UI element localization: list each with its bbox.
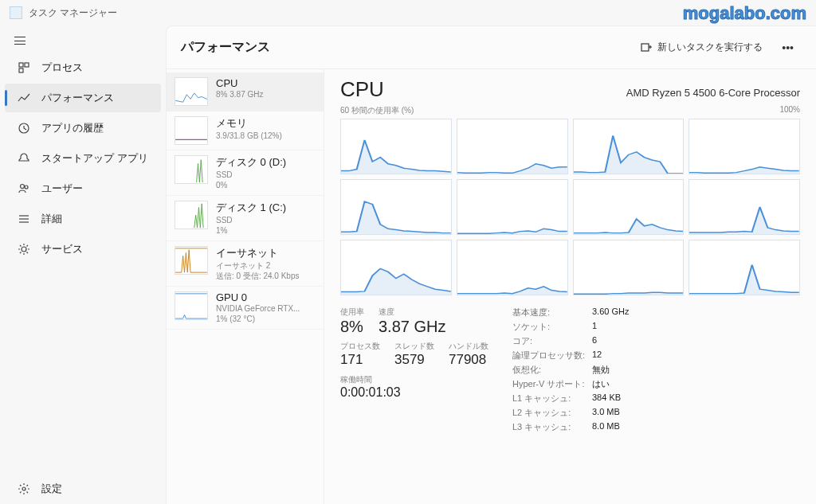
- content-area: パフォーマンス 新しいタスクを実行する ••• CPU 8% 3.87 GHz: [166, 25, 816, 504]
- spec-key: 論理プロセッサ数:: [512, 350, 592, 361]
- spec-key: L3 キャッシュ:: [512, 421, 592, 433]
- cpu-core-cell: [688, 119, 800, 174]
- services-icon: [18, 243, 30, 256]
- svg-point-9: [22, 247, 26, 252]
- nav-settings[interactable]: 設定: [5, 475, 161, 503]
- hamburger-button[interactable]: [0, 29, 166, 53]
- processes-icon: [18, 61, 30, 74]
- resource-sub: 0%: [216, 180, 316, 190]
- spec-value: 3.60 GHz: [592, 307, 629, 318]
- nav-performance[interactable]: パフォーマンス: [5, 84, 161, 112]
- new-task-icon: [640, 41, 653, 54]
- resource-memory[interactable]: メモリ 3.9/31.8 GB (12%): [167, 111, 324, 150]
- nav-label: アプリの履歴: [41, 121, 104, 135]
- sidebar: プロセス パフォーマンス アプリの履歴 スタートアップ アプリ ユーザー 詳細 …: [0, 25, 166, 504]
- nav-label: ユーザー: [41, 182, 83, 196]
- nav-label: スタートアップ アプリ: [41, 151, 148, 166]
- spec-row: ソケット:1: [512, 321, 629, 333]
- resource-name: CPU: [216, 77, 316, 89]
- spec-row: L1 キャッシュ:384 KB: [512, 393, 629, 404]
- content-header: パフォーマンス 新しいタスクを実行する •••: [167, 26, 816, 69]
- new-task-label: 新しいタスクを実行する: [657, 41, 763, 54]
- resource-name: メモリ: [216, 116, 316, 131]
- resource-sub: SSD: [216, 215, 316, 225]
- resource-sub: 1% (32 °C): [216, 314, 316, 324]
- cpu-core-cell: [457, 240, 568, 295]
- svg-point-10: [22, 487, 26, 490]
- nav-label: 設定: [41, 482, 62, 496]
- nav-label: サービス: [41, 242, 83, 256]
- graph-left-label: 60 秒間の使用率 (%): [340, 105, 414, 116]
- gpu-thumb: [175, 291, 208, 320]
- stat-label: スレッド数: [394, 341, 434, 352]
- nav-users[interactable]: ユーザー: [5, 174, 161, 203]
- resource-sub: SSD: [216, 170, 316, 180]
- settings-icon: [18, 483, 30, 495]
- detail-title: CPU: [340, 77, 626, 102]
- spec-value: 無効: [592, 364, 610, 376]
- svg-rect-1: [25, 63, 29, 67]
- disk-thumb: [175, 155, 208, 184]
- spec-value: 3.0 MB: [592, 407, 620, 419]
- more-button[interactable]: •••: [774, 38, 802, 57]
- resource-cpu[interactable]: CPU 8% 3.87 GHz: [167, 72, 324, 111]
- spec-row: 基本速度:3.60 GHz: [512, 307, 629, 318]
- thread-count: 3579: [394, 352, 434, 368]
- new-task-button[interactable]: 新しいタスクを実行する: [632, 37, 771, 57]
- process-count: 171: [340, 352, 380, 368]
- page-title: パフォーマンス: [181, 39, 632, 56]
- nav-app-history[interactable]: アプリの履歴: [5, 114, 161, 143]
- nav-processes[interactable]: プロセス: [5, 53, 161, 82]
- nav-label: パフォーマンス: [41, 91, 114, 105]
- svg-point-5: [25, 186, 28, 189]
- disk-thumb: [175, 201, 208, 229]
- performance-icon: [18, 92, 30, 104]
- svg-rect-2: [19, 68, 23, 72]
- details-icon: [18, 213, 30, 225]
- cpu-core-cell: [457, 119, 568, 174]
- resource-ethernet[interactable]: イーサネット イーサネット 2 送信: 0 受信: 24.0 Kbps: [167, 241, 324, 287]
- cpu-model: AMD Ryzen 5 4500 6-Core Processor: [626, 87, 800, 99]
- cpu-core-cell: [688, 240, 800, 295]
- cpu-core-cell: [573, 179, 685, 235]
- history-icon: [18, 122, 30, 135]
- svg-point-4: [21, 185, 25, 189]
- resource-sub: 送信: 0 受信: 24.0 Kbps: [216, 271, 316, 281]
- cpu-core-cell: [573, 119, 685, 174]
- cpu-core-grid: [340, 119, 800, 295]
- spec-value: 12: [592, 350, 602, 361]
- resource-gpu[interactable]: GPU 0 NVIDIA GeForce RTX... 1% (32 °C): [167, 287, 324, 330]
- nav-details[interactable]: 詳細: [5, 205, 161, 233]
- watermark: mogalabo.com: [683, 3, 806, 24]
- cpu-thumb: [175, 77, 208, 106]
- resource-name: GPU 0: [216, 291, 316, 303]
- nav-startup[interactable]: スタートアップ アプリ: [5, 144, 161, 173]
- handle-count: 77908: [449, 352, 488, 368]
- resource-name: ディスク 1 (C:): [216, 201, 316, 215]
- spec-row: 論理プロセッサ数:12: [512, 350, 629, 361]
- spec-key: 仮想化:: [512, 364, 592, 376]
- cpu-core-cell: [340, 240, 452, 295]
- spec-row: L2 キャッシュ:3.0 MB: [512, 407, 629, 419]
- cpu-core-cell: [688, 179, 800, 235]
- spec-value: 6: [592, 335, 597, 347]
- cpu-core-cell: [573, 240, 685, 295]
- stat-label: ハンドル数: [449, 341, 488, 352]
- svg-marker-21: [689, 207, 799, 234]
- stat-label: 速度: [379, 307, 445, 318]
- cpu-core-cell: [457, 179, 568, 235]
- svg-marker-22: [341, 268, 451, 295]
- app-icon: [10, 6, 22, 19]
- nav-services[interactable]: サービス: [5, 235, 161, 264]
- stat-label: プロセス数: [340, 341, 380, 352]
- uptime-value: 0:00:01:03: [340, 385, 488, 400]
- memory-thumb: [175, 116, 208, 145]
- nav-label: プロセス: [41, 61, 83, 75]
- ethernet-thumb: [175, 246, 208, 275]
- usage-value: 8%: [340, 318, 364, 336]
- spec-key: 基本速度:: [512, 307, 592, 318]
- spec-table: 基本速度:3.60 GHzソケット:1コア:6論理プロセッサ数:12仮想化:無効…: [512, 307, 629, 436]
- resource-disk1[interactable]: ディスク 1 (C:) SSD 1%: [167, 196, 324, 241]
- nav-label: 詳細: [41, 212, 62, 226]
- resource-disk0[interactable]: ディスク 0 (D:) SSD 0%: [167, 150, 324, 196]
